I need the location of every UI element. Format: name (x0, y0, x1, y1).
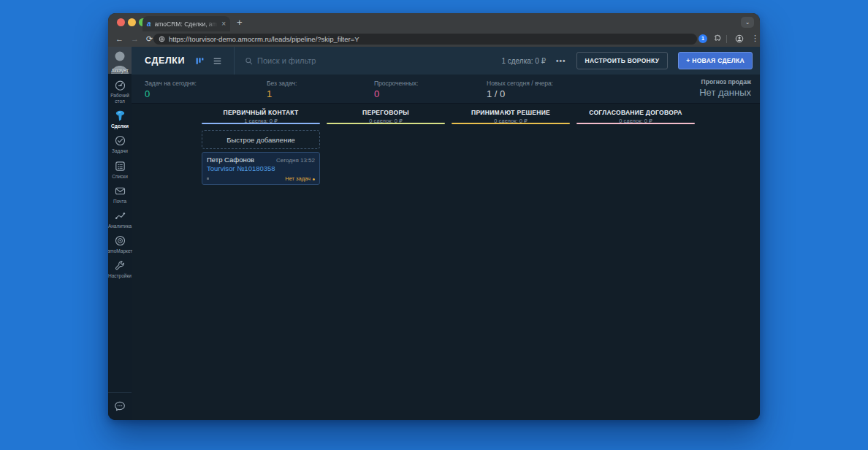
stage-color-bar (327, 123, 445, 124)
sidebar-item-label: Почта (113, 199, 126, 205)
sidebar-item-deals[interactable]: Сделки (108, 104, 132, 129)
new-tab-button[interactable]: + (237, 17, 243, 28)
stage-header-primary-contact: ПЕРВИЧНЫЙ КОНТАКТ 1 сделка: 0 ₽ (202, 104, 320, 124)
url-text: https://tourvisor-demo.amocrm.ru/leads/p… (169, 35, 359, 43)
mail-icon (114, 185, 126, 197)
settings-wrench-icon (114, 259, 126, 272)
kanban-view-icon[interactable] (195, 56, 205, 66)
search-placeholder: Поиск и фильтр (257, 56, 316, 65)
back-button[interactable]: ← (115, 35, 123, 43)
stage-header-decision: ПРИНИМАЮТ РЕШЕНИЕ 0 сделок: 0 ₽ (452, 104, 570, 124)
sidebar-item-label: Сделки (111, 123, 129, 129)
main-area: СДЕЛКИ Пои (132, 47, 760, 420)
sidebar-item-label: Настройки (108, 273, 132, 279)
sidebar-item-tasks[interactable]: Задачи (108, 129, 132, 154)
list-view-icon[interactable] (213, 56, 222, 66)
quick-add-button[interactable]: Быстрое добавление (202, 130, 320, 149)
sidebar-item-analytics[interactable]: Аналитика (108, 205, 132, 229)
tab-close-icon[interactable]: × (221, 20, 226, 28)
app-header: СДЕЛКИ Пои (132, 47, 760, 75)
sidebar-item-mail[interactable]: Почта (108, 180, 132, 205)
pipeline-board: ПЕРВИЧНЫЙ КОНТАКТ 1 сделка: 0 ₽ Быстрое … (132, 104, 760, 420)
deal-link[interactable]: Tourvisor №10180358 (207, 164, 315, 172)
minimize-window-button[interactable] (128, 18, 136, 26)
sidebar-item-label: Аналитика (108, 224, 132, 229)
close-window-button[interactable] (117, 18, 125, 26)
search-icon (245, 57, 253, 65)
analytics-icon (114, 210, 126, 222)
browser-window: a amoCRM: Сделки, amocrmat × + ⌄ ← → ⟳ h… (108, 13, 760, 420)
extensions-icon[interactable] (713, 34, 722, 43)
sidebar-item-label: Задачи (112, 148, 128, 154)
sidebar-item-label: amoМаркет (108, 248, 132, 254)
browser-tab[interactable]: a amoCRM: Сделки, amocrmat × (142, 16, 230, 31)
tab-title: amoCRM: Сделки, amocrmat (155, 20, 218, 28)
amocrm-app: Аккаунт Рабочий стол Сделки (108, 47, 760, 420)
total-deal-count: 1 сделка: 0 ₽ (501, 57, 546, 65)
sidebar-item-label: Рабочий стол (109, 93, 131, 104)
stat-no-tasks: Без задач: 1 (267, 80, 297, 99)
deal-drag-dot (207, 178, 209, 180)
browser-menu-icon[interactable]: ⋮ (751, 34, 759, 43)
deal-task-status: Нет задач (285, 175, 315, 182)
sidebar-item-lists[interactable]: Списки (108, 155, 132, 180)
sales-forecast: Прогноз продаж Нет данных (699, 78, 751, 98)
deals-funnel-icon (114, 110, 126, 122)
tab-search-chevron-icon[interactable]: ⌄ (741, 17, 754, 28)
profile-icon[interactable] (735, 34, 744, 43)
search-input[interactable]: Поиск и фильтр (245, 56, 501, 65)
lists-icon (114, 160, 126, 172)
sidebar-item-label: Аккаунт (108, 68, 132, 73)
amomarket-icon (114, 234, 126, 247)
forward-button[interactable]: → (131, 35, 139, 43)
toolbar-divider (726, 35, 727, 43)
deal-contact-name: Петр Сафонов (207, 156, 254, 164)
chat-bubble-icon (113, 400, 126, 413)
support-chat-button[interactable] (108, 400, 132, 420)
setup-funnel-button[interactable]: НАСТРОИТЬ ВОРОНКУ (576, 52, 669, 69)
sidebar: Аккаунт Рабочий стол Сделки (108, 47, 132, 420)
status-dot (313, 178, 315, 180)
new-deal-button[interactable]: + НОВАЯ СДЕЛКА (678, 52, 753, 69)
dashboard-gauge-icon (114, 79, 126, 91)
sidebar-item-label: Списки (112, 174, 128, 180)
address-bar[interactable]: https://tourvisor-demo.amocrm.ru/leads/p… (153, 34, 697, 45)
reload-button[interactable]: ⟳ (146, 35, 153, 43)
sidebar-item-account[interactable]: Аккаунт (108, 47, 132, 74)
tab-strip: a amoCRM: Сделки, amocrmat × + ⌄ (108, 13, 760, 31)
stat-overdue: Просроченных: 0 (374, 80, 418, 99)
more-options-button[interactable]: ••• (556, 57, 566, 65)
sidebar-divider (108, 392, 132, 393)
stage-color-bar (452, 123, 570, 124)
site-info-icon[interactable] (159, 36, 165, 42)
password-manager-icon[interactable]: 1 (698, 34, 707, 43)
stat-tasks-today: Задач на сегодня: 0 (145, 80, 197, 99)
stage-header-negotiation: ПЕРЕГОВОРЫ 0 сделок: 0 ₽ (327, 104, 445, 124)
stat-new-today-yesterday: Новых сегодня / вчера: 1 / 0 (487, 80, 553, 99)
sidebar-item-settings[interactable]: Настройки (108, 254, 132, 279)
stage-color-bar (202, 123, 320, 124)
deal-card[interactable]: Петр Сафонов Сегодня 13:52 Tourvisor №10… (202, 152, 320, 185)
stats-bar: Задач на сегодня: 0 Без задач: 1 Просроч… (132, 75, 760, 104)
amocrm-favicon-icon: a (147, 20, 151, 28)
browser-toolbar: ← → ⟳ https://tourvisor-demo.amocrm.ru/l… (108, 31, 760, 47)
header-divider (234, 47, 235, 75)
stage-color-bar (576, 123, 695, 124)
stage-header-contract: СОГЛАСОВАНИЕ ДОГОВОРА 0 сделок: 0 ₽ (576, 104, 695, 124)
sidebar-item-dashboard[interactable]: Рабочий стол (108, 74, 132, 104)
sidebar-item-amomarket[interactable]: amoМаркет (108, 229, 132, 254)
deal-timestamp: Сегодня 13:52 (276, 157, 315, 164)
page-title: СДЕЛКИ (145, 56, 185, 66)
tasks-check-icon (114, 134, 126, 147)
